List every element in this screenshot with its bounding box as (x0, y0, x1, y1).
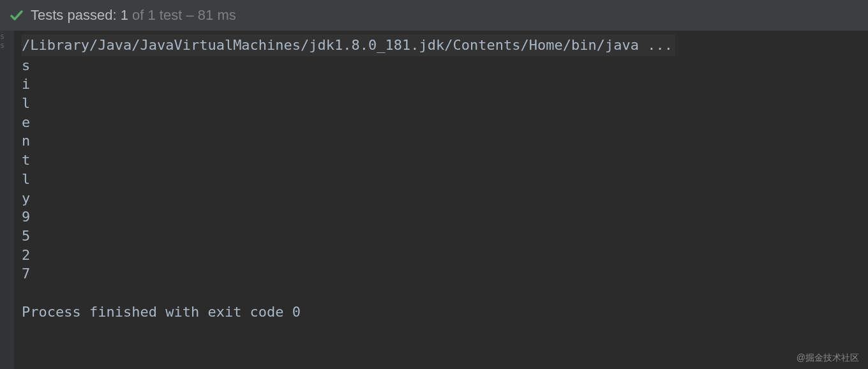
tests-total-text: of 1 test – 81 ms (132, 7, 236, 23)
console-lines: s i l e n t l y 9 5 2 7 Process finished… (22, 57, 301, 320)
tests-passed-count: 1 (121, 7, 128, 23)
tests-passed-label: Tests passed: (31, 7, 117, 23)
left-gutter: ss (0, 31, 14, 369)
check-icon (9, 8, 24, 23)
content-area: ss /Library/Java/JavaVirtualMachines/jdk… (0, 31, 868, 369)
command-line: /Library/Java/JavaVirtualMachines/jdk1.8… (22, 34, 675, 56)
test-status-bar: Tests passed: 1 of 1 test – 81 ms (0, 0, 868, 31)
test-status-text: Tests passed: 1 of 1 test – 81 ms (31, 7, 236, 24)
watermark: @掘金技术社区 (797, 352, 859, 364)
console-output[interactable]: /Library/Java/JavaVirtualMachines/jdk1.8… (14, 31, 868, 369)
